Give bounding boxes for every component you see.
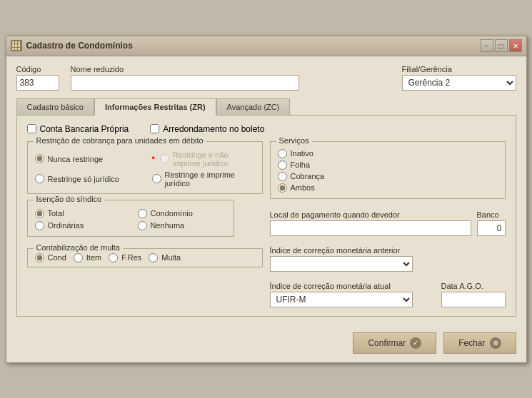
fechar-icon: ⊗: [490, 337, 501, 349]
minimize-button[interactable]: −: [481, 39, 493, 52]
main-window: Cadastro de Condomínios − □ ✕ Código Nom…: [6, 36, 527, 363]
isencao-total-radio[interactable]: [35, 209, 44, 218]
restricao-nao-imprime-item: * Restringe e não imprime jurídico: [152, 150, 255, 168]
confirmar-button[interactable]: Confirmar ✓: [353, 332, 436, 354]
banco-input[interactable]: [477, 220, 506, 236]
contab-item-radio[interactable]: [74, 253, 83, 262]
indice-atual-section: Índice de correção monetária atual UFIR-…: [270, 282, 506, 307]
restricao-juridico-radio[interactable]: [35, 174, 44, 183]
contab-section: Contabilização de multa Cond Item: [27, 248, 263, 267]
contab-multa-radio[interactable]: [149, 253, 158, 262]
restricao-nunca-item: Nunca restringe: [35, 150, 138, 168]
service-cobranca-radio[interactable]: [278, 172, 287, 181]
confirmar-label: Confirmar: [368, 338, 406, 348]
isencao-ordinarias-label: Ordinárias: [48, 221, 84, 230]
indice-atual-select[interactable]: UFIR-M: [270, 292, 413, 307]
indice-anterior-section: Índice de correção monetária anterior: [270, 246, 506, 272]
top-row: Código Nome reduzido Filial/Gerência Ger…: [16, 65, 516, 91]
content-area: Código Nome reduzido Filial/Gerência Ger…: [6, 56, 526, 325]
nome-group: Nome reduzido: [71, 65, 299, 91]
restricao-nao-imprime-label: Restringe e não imprime jurídico: [173, 150, 255, 168]
arredondamento-check-item: Arredondamento no boleto: [150, 124, 264, 134]
restricao-imprime-item: Restringe e imprime jurídico: [152, 170, 255, 188]
filial-select[interactable]: Gerência 2 Gerência 1 Gerência 3: [402, 75, 516, 91]
contab-group: Contabilização de multa Cond Item: [27, 248, 263, 267]
tab-panel: Conta Bancaria Própria Arredondamento no…: [16, 115, 516, 317]
banco-field: Banco: [477, 210, 506, 236]
restricao-juridico-item: Restringe só jurídico: [35, 170, 138, 188]
indice-atual-label: Índice de correção monetária atual: [270, 282, 436, 290]
arredondamento-checkbox[interactable]: [150, 124, 159, 133]
arredondamento-label: Arredondamento no boleto: [163, 124, 264, 134]
tab-cadastro[interactable]: Cadastro básico: [16, 98, 95, 116]
isencao-total-label: Total: [48, 209, 64, 218]
restricao-nunca-label: Nunca restringe: [48, 155, 104, 163]
checkboxes-row: Conta Bancaria Própria Arredondamento no…: [27, 124, 506, 134]
isencao-condominio-radio[interactable]: [138, 209, 147, 218]
tab-bar: Cadastro básico Informações Restritas (Z…: [16, 98, 516, 115]
restricao-radios: Nunca restringe * Restringe e não imprim…: [35, 150, 255, 188]
indice-anterior-label: Índice de correção monetária anterior: [270, 246, 506, 255]
service-ambos-radio[interactable]: [278, 183, 287, 193]
conta-bancaria-label: Conta Bancaria Própria: [40, 124, 129, 134]
window-controls: − □ ✕: [481, 39, 522, 52]
service-cobranca-item: Cobrança: [278, 172, 498, 181]
fechar-button[interactable]: Fechar ⊗: [443, 332, 516, 354]
nome-input[interactable]: [71, 75, 299, 91]
window-title: Cadastro de Condomínios: [26, 41, 133, 51]
local-input[interactable]: [270, 220, 471, 236]
titlebar: Cadastro de Condomínios − □ ✕: [6, 36, 526, 56]
service-ambos-label: Ambos: [291, 183, 315, 192]
filial-group: Filial/Gerência Gerência 2 Gerência 1 Ge…: [402, 65, 516, 91]
titlebar-left: Cadastro de Condomínios: [11, 40, 133, 51]
indice-anterior-select[interactable]: [270, 256, 413, 272]
isencao-nenhuma-item: Nenhuma: [138, 221, 226, 230]
grid-icon: [11, 40, 22, 51]
codigo-input[interactable]: [16, 75, 59, 91]
service-cobranca-label: Cobrança: [291, 172, 325, 180]
service-inativo-radio[interactable]: [278, 149, 287, 158]
local-label: Local de pagamento quando devedor: [270, 210, 471, 219]
data-ago-field: Data A.G.O.: [441, 282, 506, 307]
contab-cond-radio[interactable]: [35, 253, 44, 262]
service-folha-radio[interactable]: [278, 160, 287, 170]
close-button[interactable]: ✕: [509, 39, 522, 52]
restricao-nunca-radio[interactable]: [35, 154, 44, 163]
isencao-radios: Total Condomínio Ordinárias: [35, 209, 226, 230]
isencao-nenhuma-label: Nenhuma: [151, 221, 185, 230]
conta-bancaria-check-item: Conta Bancaria Própria: [27, 124, 129, 134]
service-inativo-label: Inativo: [291, 149, 313, 158]
bottom-section: Isenção do síndico Total Condomínio: [27, 200, 263, 243]
services-list: Inativo Folha Cobrança: [278, 149, 498, 193]
isencao-nenhuma-radio[interactable]: [138, 221, 147, 230]
restricao-group-label: Restrição de cobrança para unidades em d…: [34, 136, 206, 145]
filial-label: Filial/Gerência: [402, 65, 516, 73]
contab-fres-radio[interactable]: [109, 253, 118, 262]
contab-cond-label: Cond: [48, 253, 66, 262]
data-ago-input[interactable]: [441, 292, 506, 307]
nome-label: Nome reduzido: [71, 65, 299, 73]
maximize-button[interactable]: □: [495, 39, 508, 52]
restricao-imprime-radio[interactable]: [152, 174, 161, 183]
local-field: Local de pagamento quando devedor: [270, 210, 471, 236]
data-ago-label: Data A.G.O.: [441, 282, 506, 290]
contab-multa-item: Multa: [149, 253, 181, 262]
isencao-condominio-item: Condomínio: [138, 209, 226, 218]
restricao-group: Restrição de cobrança para unidades em d…: [27, 141, 263, 194]
tab-avancado[interactable]: Avançado (ZC): [216, 98, 291, 116]
banco-label: Banco: [477, 210, 506, 219]
conta-bancaria-checkbox[interactable]: [27, 124, 36, 133]
codigo-group: Código: [16, 65, 59, 91]
tab-restritas[interactable]: Informações Restritas (ZR): [94, 98, 216, 116]
restricao-nao-imprime-radio: [160, 154, 169, 163]
local-banco-row: Local de pagamento quando devedor Banco: [270, 210, 506, 236]
service-folha-item: Folha: [278, 160, 498, 170]
codigo-label: Código: [16, 65, 59, 73]
service-inativo-item: Inativo: [278, 149, 498, 158]
contab-radios: Cond Item F.Res: [35, 253, 255, 262]
confirmar-icon: ✓: [410, 337, 421, 349]
main-layout: Restrição de cobrança para unidades em d…: [27, 141, 506, 307]
isencao-ordinarias-item: Ordinárias: [35, 221, 124, 230]
isencao-ordinarias-radio[interactable]: [35, 221, 44, 230]
contab-fres-item: F.Res: [109, 253, 141, 262]
